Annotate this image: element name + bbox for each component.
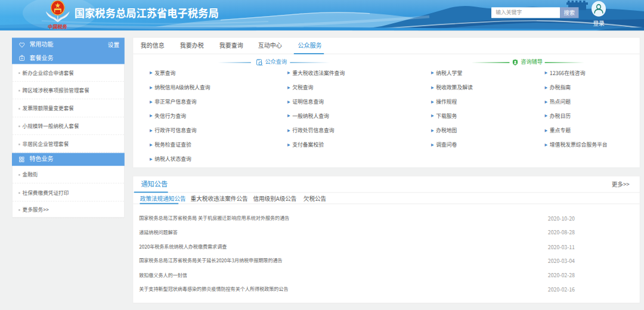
svg-text:中国税务: 中国税务 — [48, 22, 68, 29]
